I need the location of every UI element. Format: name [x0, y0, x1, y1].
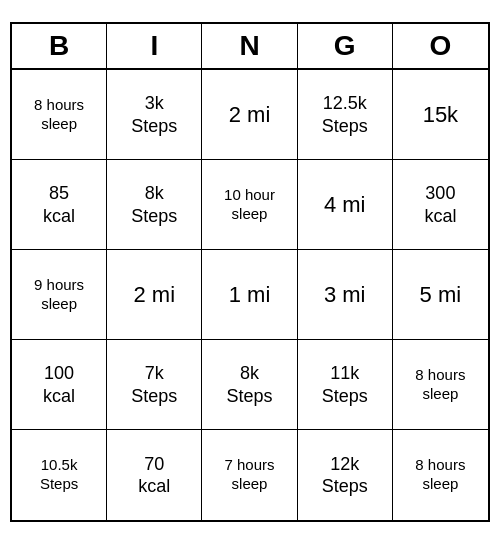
bingo-grid: 8 hourssleep3kSteps2 mi12.5kSteps15k85kc… — [12, 70, 488, 520]
bingo-card: BINGO 8 hourssleep3kSteps2 mi12.5kSteps1… — [10, 22, 490, 522]
bingo-cell: 8kSteps — [202, 340, 297, 430]
bingo-cell: 9 hourssleep — [12, 250, 107, 340]
bingo-header-letter: I — [107, 24, 202, 68]
bingo-cell: 2 mi — [107, 250, 202, 340]
bingo-header-letter: N — [202, 24, 297, 68]
bingo-cell: 100kcal — [12, 340, 107, 430]
bingo-header-letter: G — [298, 24, 393, 68]
bingo-cell: 12.5kSteps — [298, 70, 393, 160]
bingo-cell: 5 mi — [393, 250, 488, 340]
bingo-header: BINGO — [12, 24, 488, 70]
bingo-header-letter: B — [12, 24, 107, 68]
bingo-cell: 15k — [393, 70, 488, 160]
bingo-cell: 70kcal — [107, 430, 202, 520]
bingo-cell: 1 mi — [202, 250, 297, 340]
bingo-cell: 3 mi — [298, 250, 393, 340]
bingo-cell: 4 mi — [298, 160, 393, 250]
bingo-cell: 85kcal — [12, 160, 107, 250]
bingo-cell: 8 hourssleep — [393, 430, 488, 520]
bingo-cell: 7kSteps — [107, 340, 202, 430]
bingo-cell: 12kSteps — [298, 430, 393, 520]
bingo-cell: 11kSteps — [298, 340, 393, 430]
bingo-cell: 10 hoursleep — [202, 160, 297, 250]
bingo-cell: 3kSteps — [107, 70, 202, 160]
bingo-cell: 2 mi — [202, 70, 297, 160]
bingo-cell: 7 hourssleep — [202, 430, 297, 520]
bingo-cell: 8 hourssleep — [393, 340, 488, 430]
bingo-cell: 8kSteps — [107, 160, 202, 250]
bingo-header-letter: O — [393, 24, 488, 68]
bingo-cell: 300kcal — [393, 160, 488, 250]
bingo-cell: 8 hourssleep — [12, 70, 107, 160]
bingo-cell: 10.5kSteps — [12, 430, 107, 520]
